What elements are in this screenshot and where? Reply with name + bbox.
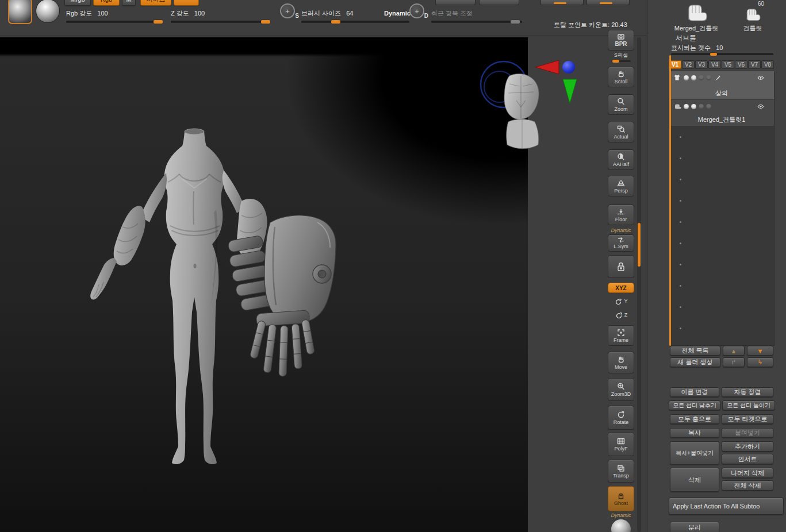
shelf-button-transp[interactable]: Transp bbox=[608, 460, 634, 483]
material-sphere[interactable] bbox=[611, 519, 631, 532]
tab-v2[interactable]: V2 bbox=[682, 60, 695, 69]
empty-subtool-slot[interactable] bbox=[669, 169, 774, 190]
move-into-button[interactable]: ↳ bbox=[747, 357, 773, 367]
slider-track[interactable] bbox=[671, 53, 773, 55]
shelf-button-rotate-y[interactable]: Y bbox=[608, 295, 634, 308]
display-count-slider[interactable]: 표시되는 갯수 10 bbox=[671, 44, 773, 55]
apply-last-action-button[interactable]: Apply Last Action To All Subtoo bbox=[669, 498, 784, 515]
shelf-button-scroll[interactable]: Scroll bbox=[608, 67, 634, 87]
shelf-scrollbar-track[interactable] bbox=[637, 37, 641, 532]
shelf-scrollbar-thumb[interactable] bbox=[638, 223, 641, 267]
move-up-button[interactable]: ▲ bbox=[723, 346, 745, 356]
clipped-button[interactable] bbox=[540, 0, 584, 5]
rgb-button[interactable]: Rgb bbox=[93, 0, 120, 6]
all-home-button[interactable]: 모두 홈으로 bbox=[670, 414, 719, 424]
gizmo-y-cone[interactable] bbox=[563, 79, 577, 103]
size-button[interactable]: 사이즈 bbox=[140, 0, 171, 6]
shelf-button-persp[interactable]: Persp bbox=[608, 176, 634, 196]
subtool-row-selected[interactable]: 상의 bbox=[669, 71, 774, 100]
shelf-spixel-slider[interactable]: S픽셀 bbox=[608, 52, 634, 62]
move-down-button[interactable]: ▼ bbox=[747, 346, 773, 356]
slider-handle[interactable] bbox=[261, 20, 270, 24]
empty-subtool-slot[interactable] bbox=[669, 190, 774, 211]
stroke-circle-button[interactable]: + S bbox=[280, 3, 295, 18]
document-viewport[interactable] bbox=[0, 37, 528, 532]
empty-subtool-slot[interactable] bbox=[669, 148, 774, 169]
clipped-button[interactable] bbox=[479, 0, 519, 5]
eye-icon[interactable] bbox=[756, 74, 765, 82]
all-target-button[interactable]: 모두 타겟으로 bbox=[722, 414, 773, 424]
clipped-button[interactable] bbox=[435, 0, 476, 5]
paste-button[interactable]: 붙여넣기 bbox=[722, 428, 773, 438]
mrgb-button[interactable]: Mrgb bbox=[64, 0, 91, 6]
polypaint-toggle[interactable] bbox=[684, 75, 689, 80]
all-subdiv-up-button[interactable]: 모든 섭디 높이기 bbox=[722, 400, 775, 410]
subtool-list[interactable]: 상의 Merged_건틀릿1 bbox=[669, 71, 775, 346]
delete-all-button[interactable]: 전체 삭제 bbox=[722, 480, 773, 491]
new-folder-button[interactable]: 새 폴더 생성 bbox=[670, 357, 720, 367]
uv-toggle[interactable] bbox=[699, 75, 704, 80]
slider-handle[interactable] bbox=[154, 20, 163, 24]
gizmo-center-ball[interactable] bbox=[562, 61, 575, 74]
all-list-button[interactable]: 전체 목록 bbox=[670, 346, 720, 356]
slider-track[interactable] bbox=[431, 21, 522, 23]
shelf-button-frame[interactable]: Frame bbox=[608, 325, 634, 346]
tab-v3[interactable]: V3 bbox=[695, 60, 708, 69]
polypaint-toggle[interactable] bbox=[691, 104, 696, 109]
copy-button[interactable]: 복사 bbox=[670, 428, 719, 438]
empty-subtool-slot[interactable] bbox=[669, 233, 774, 254]
tab-v8[interactable]: V8 bbox=[761, 60, 774, 69]
dynamic-circle-button[interactable]: + D bbox=[409, 3, 424, 18]
material-sphere-thumbnail[interactable] bbox=[36, 0, 60, 23]
slider-handle[interactable] bbox=[710, 53, 717, 56]
all-subdiv-down-button[interactable]: 모든 섭디 낮추기 bbox=[669, 400, 720, 410]
gizmo-3d[interactable] bbox=[535, 60, 577, 103]
subtool-row[interactable]: Merged_건틀릿1 bbox=[669, 100, 774, 126]
delete-others-button[interactable]: 나머지 삭제 bbox=[722, 468, 773, 478]
shelf-button-aahalf[interactable]: AAHalf bbox=[608, 149, 634, 170]
shelf-button-lock[interactable] bbox=[608, 255, 634, 278]
slider-handle[interactable] bbox=[511, 20, 520, 24]
tool-slot-label[interactable]: Merged_건틀릿 bbox=[665, 24, 728, 33]
uv-toggle[interactable] bbox=[706, 75, 711, 80]
shelf-button-bpr[interactable]: BPR bbox=[608, 30, 634, 51]
empty-subtool-slot[interactable] bbox=[669, 211, 774, 233]
slider-track[interactable] bbox=[66, 21, 163, 23]
recent-adjust-slider[interactable]: 최근 항목 조정 bbox=[431, 9, 522, 23]
slider-track[interactable] bbox=[301, 21, 409, 23]
shelf-button-actual[interactable]: Actual bbox=[608, 122, 634, 142]
clipped-button[interactable] bbox=[174, 0, 199, 6]
tab-v7[interactable]: V7 bbox=[748, 60, 761, 69]
empty-subtool-slot[interactable] bbox=[669, 126, 774, 148]
slider-track[interactable] bbox=[611, 60, 631, 62]
shelf-button-ghost[interactable]: Ghost bbox=[608, 486, 634, 511]
copy-paste-button[interactable]: 복사+붙여넣기 bbox=[670, 441, 719, 465]
uv-toggle[interactable] bbox=[699, 104, 704, 109]
delete-button[interactable]: 삭제 bbox=[670, 468, 719, 492]
tab-v4[interactable]: V4 bbox=[708, 60, 721, 69]
tool-slot-merged-gauntlet-icon[interactable] bbox=[683, 0, 708, 23]
empty-subtool-slot[interactable] bbox=[669, 296, 774, 318]
rgb-intensity-slider[interactable]: Rgb 강도 100 bbox=[66, 9, 163, 23]
gizmo-x-cone[interactable] bbox=[535, 60, 559, 74]
polypaint-toggle[interactable] bbox=[684, 104, 689, 109]
slider-track[interactable] bbox=[171, 21, 270, 23]
tab-v6[interactable]: V6 bbox=[735, 60, 747, 69]
current-brush-thumbnail[interactable] bbox=[8, 0, 32, 24]
slider-handle[interactable] bbox=[331, 20, 340, 24]
empty-subtool-slot[interactable] bbox=[669, 254, 774, 275]
polypaint-toggle[interactable] bbox=[691, 75, 696, 80]
shelf-button-floor[interactable]: Floor bbox=[608, 205, 634, 225]
move-out-button[interactable]: ↱ bbox=[723, 357, 745, 367]
shelf-button-lsym[interactable]: L.Sym bbox=[608, 234, 634, 252]
empty-subtool-slot[interactable] bbox=[669, 318, 774, 339]
shelf-button-xyz[interactable]: XYZ bbox=[608, 283, 634, 293]
shelf-button-polyf[interactable]: PolyF bbox=[608, 432, 634, 456]
insert-button[interactable]: 인서트 bbox=[722, 454, 773, 464]
shelf-button-move[interactable]: Move bbox=[608, 352, 634, 373]
rename-button[interactable]: 이름 변경 bbox=[670, 387, 719, 397]
shelf-button-zoom3d[interactable]: Zoom3D bbox=[608, 378, 634, 401]
head-and-gizmo-overlay[interactable] bbox=[477, 57, 581, 155]
tool-slot-label[interactable]: 건틀릿 bbox=[734, 24, 772, 33]
shelf-button-rotate-z[interactable]: Z bbox=[608, 309, 634, 322]
